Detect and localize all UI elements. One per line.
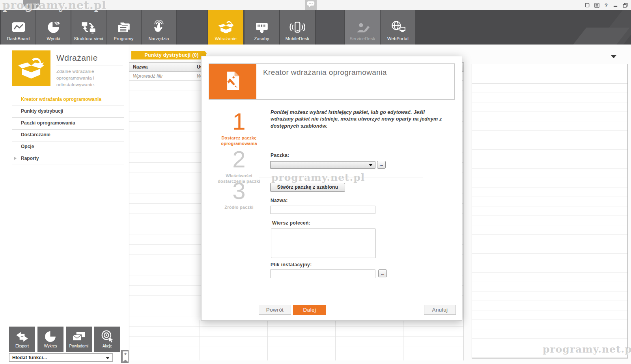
site-logo-circle [23, 0, 40, 9]
divider [56, 65, 123, 65]
wizard-step-3: 3 Źródło paczki [209, 179, 269, 210]
create-from-template-button[interactable]: Stwórz paczkę z szablonu [270, 183, 345, 192]
chat-bubble-tile[interactable] [305, 0, 317, 10]
wizard-icon-tile [209, 64, 256, 99]
panel-dropdown-caret[interactable] [611, 55, 616, 58]
chevron-down-icon [369, 164, 373, 166]
wizard-intro-text: Poniżej możesz wybrać istniejący pakiet,… [271, 109, 444, 130]
sidebar-item-raporty[interactable]: Raporty [12, 153, 124, 165]
barcode-icon [255, 10, 269, 34]
toolbar-gap [177, 10, 207, 45]
function-search-value: Hledat funkci... [12, 355, 47, 360]
target-cursor-icon [100, 327, 114, 343]
toolbar-item-dashboard[interactable]: DashBoard [1, 10, 35, 45]
toolbar-item-zasoby[interactable]: Zasoby [245, 10, 279, 45]
globe-monitor-icon [390, 10, 406, 34]
toolbar-item-mobiledesk[interactable]: MobileDesk [280, 10, 315, 45]
bookmark-star-icon: ★ [123, 351, 128, 362]
column-header-nazwa[interactable]: Nazwa [133, 64, 147, 70]
toolbar-gap [316, 10, 344, 45]
window-controls: ? [584, 2, 628, 8]
module-deploy-icon-tile [12, 50, 50, 86]
dashboard-chart-icon [11, 10, 26, 34]
chevron-right-icon [14, 157, 17, 160]
toolbar-item-servicedesk[interactable]: ServiceDesk [345, 10, 380, 45]
package-label: Paczka: [271, 152, 289, 158]
sidebar-menu: Kreator wdrażania oprogramowania Punkty … [12, 94, 124, 165]
installer-label: Plik instalacyjny: [271, 262, 312, 267]
chart-button[interactable]: Wykres [37, 327, 63, 352]
deploy-box-icon [218, 10, 234, 34]
tab-punkty-dystrybucji[interactable]: Punkty dystrybucji (0) [131, 51, 212, 59]
name-label: Nazwa: [271, 198, 288, 203]
pie-chart-icon [47, 10, 60, 34]
window-box-icon[interactable] [584, 2, 590, 8]
deploy-box-icon [17, 55, 45, 82]
back-button[interactable]: Powrót [259, 305, 291, 315]
network-structure-icon [81, 10, 96, 34]
export-button[interactable]: Eksport [9, 327, 35, 352]
installer-browse-button[interactable]: ... [378, 269, 387, 277]
toolbar-item-programy[interactable]: Programy [106, 10, 141, 45]
divider [263, 79, 450, 79]
window-list-icon[interactable] [594, 2, 599, 8]
sidebar-item-opcje[interactable]: Opcje [12, 141, 124, 153]
toolbar-item-wdrazanie[interactable]: Wdrażanie [208, 10, 243, 45]
details-panel[interactable] [472, 64, 628, 358]
mobile-signal-icon [289, 10, 306, 34]
person-pencil-icon [356, 10, 370, 34]
sidebar-item-paczki[interactable]: Paczki oprogramowania [12, 118, 124, 130]
column-divider [195, 72, 195, 80]
titlebar: ? [0, 0, 631, 10]
dialog-header: Kreator wdrażania oprogramowania [209, 63, 455, 100]
pie-chart-icon [44, 327, 57, 343]
dialog-title: Kreator wdrażania oprogramowania [263, 68, 387, 77]
speech-bubble-icon [306, 0, 315, 9]
restore-icon[interactable] [622, 2, 628, 8]
details-panel-rows [472, 84, 627, 358]
cmdline-label: Wiersz poleceń: [272, 220, 310, 226]
app-window: ? DashBoard Wyniki [0, 0, 631, 364]
help-icon[interactable]: ? [603, 2, 609, 8]
module-title: Wdrażanie [56, 53, 98, 63]
envelopes-icon [71, 327, 87, 343]
wizard-step-1: 1 Dostarcz paczkęoprogramowania [209, 110, 269, 146]
bottom-grid-column-lines [200, 320, 464, 360]
document-wand-icon [221, 69, 244, 94]
module-subtitle: Zdalne wdrażanie oprogramowania i odinst… [56, 68, 123, 88]
actions-button[interactable]: Akcje [94, 327, 120, 352]
folders-icon [116, 10, 131, 34]
filter-input-nazwa[interactable]: Wprowadź filtr [133, 73, 163, 79]
function-search-combobox[interactable]: Hledat funkci... [9, 353, 113, 362]
package-browse-button[interactable]: ... [377, 161, 386, 169]
installer-input[interactable] [270, 269, 375, 278]
main-toolbar: DashBoard Wyniki Struktura sieci Program… [0, 10, 631, 45]
cmdline-textarea[interactable] [271, 228, 376, 258]
toolbar-item-narzedzia[interactable]: Narzędzia [142, 10, 176, 45]
name-input[interactable] [270, 206, 375, 214]
toolbar-item-wyniki[interactable]: Wyniki [36, 10, 71, 45]
minimize-icon[interactable] [613, 2, 618, 8]
wizard-dialog: Kreator wdrażania oprogramowania 1 Dosta… [201, 56, 462, 321]
package-combobox[interactable] [270, 161, 375, 169]
sidebar: Wdrażanie Zdalne wdrażanie oprogramowani… [0, 45, 129, 364]
cancel-button[interactable]: Anuluj [424, 305, 456, 315]
column-divider[interactable] [195, 63, 195, 71]
sidebar-item-kreator[interactable]: Kreator wdrażania oprogramowania [12, 94, 124, 106]
toolbar-item-webportal[interactable]: WebPortal [381, 10, 415, 45]
chevron-down-icon [106, 357, 110, 359]
sidebar-item-punkty-dystrybucji[interactable]: Punkty dystrybucji [12, 106, 124, 118]
toolbar-item-struktura-sieci[interactable]: Struktura sieci [71, 10, 106, 45]
export-arrows-icon [15, 327, 30, 343]
notify-button[interactable]: Powiadomi [66, 327, 92, 352]
divider [259, 178, 423, 178]
next-button[interactable]: Dalej [293, 305, 326, 315]
sidebar-item-dostarczanie[interactable]: Dostarczanie [12, 130, 124, 141]
hand-press-icon [152, 10, 166, 34]
